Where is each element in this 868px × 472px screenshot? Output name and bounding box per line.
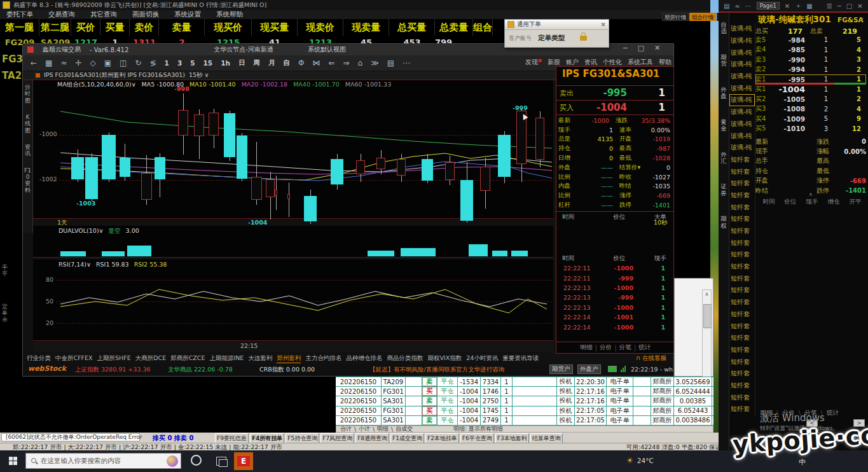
order-type-label[interactable]: 定单类型	[538, 34, 565, 43]
menu-item[interactable]: 系统帮助	[216, 10, 243, 19]
exchange-tab[interactable]: 大连套利	[248, 354, 272, 363]
column-header[interactable]: 买价	[71, 19, 100, 36]
chart-menu-item[interactable]: 新股	[548, 58, 560, 67]
exchange-tab[interactable]: 上期能源INE	[209, 354, 244, 363]
depth-row[interactable]: 买4 -1009 5 9	[755, 114, 866, 124]
lock-icon[interactable]	[580, 36, 587, 41]
period-15min[interactable]: 15	[203, 59, 213, 67]
wenhua-index[interactable]: 文华商品 222.06 -0.78	[168, 366, 233, 374]
depth-row[interactable]: 卖3 -990 1 3	[755, 55, 866, 65]
taskbar-app-icon[interactable]: E	[234, 452, 253, 470]
watchlist-item[interactable]: 玻璃-纯	[729, 118, 755, 130]
tab-stats[interactable]: 统计	[639, 344, 651, 352]
start-button[interactable]	[9, 457, 17, 465]
watchlist-item[interactable]: 短纤套	[729, 344, 755, 356]
period-month[interactable]: 月	[268, 59, 275, 67]
chevron-down-icon[interactable]: ∨	[860, 16, 864, 22]
watchlist-item[interactable]: 短纤套	[729, 296, 755, 309]
watchlist-item[interactable]: 短纤套	[729, 177, 755, 190]
watchlist-item[interactable]: 短纤套	[729, 380, 755, 392]
cortana-icon[interactable]	[191, 455, 202, 466]
tab-stats[interactable]: 统计	[827, 409, 839, 417]
menu-item[interactable]: 委托下单	[6, 10, 33, 19]
column-header[interactable]: 买量	[100, 19, 130, 36]
watchlist-item[interactable]: 玻璃-纯	[729, 142, 755, 154]
next-icon[interactable]: ⇒	[343, 59, 349, 67]
category-tab[interactable]: 期权	[720, 216, 727, 229]
popup-titlebar[interactable]: 通用下单 ✕	[505, 20, 609, 30]
tick-row[interactable]: 22:22:14 -1001 1	[558, 312, 672, 322]
tick-row[interactable]: 22:22:14 -1000 1	[558, 322, 672, 331]
close-icon[interactable]: ✕	[654, 44, 660, 52]
add-tab-icon[interactable]: ＋	[795, 1, 801, 10]
ime-indicator[interactable]: 中	[799, 457, 806, 467]
exchange-tab[interactable]: 上期所SHFE	[97, 354, 131, 363]
watchlist-item[interactable]: 短纤套	[729, 284, 755, 296]
link-icon[interactable]: ⋈	[312, 59, 320, 67]
chart-view-tab[interactable]: K线图	[24, 114, 31, 134]
period-3min[interactable]: 3	[177, 59, 182, 67]
menu-icon[interactable]: ☰	[827, 3, 832, 10]
exchange-tab[interactable]: 商品分类指数	[387, 354, 423, 363]
expand-icon[interactable]: ≫	[371, 59, 379, 67]
watchlist-item[interactable]: 短纤套	[729, 165, 755, 177]
more-icon[interactable]: ⋯	[745, 3, 752, 10]
partial-symbol[interactable]: FG3	[2, 53, 23, 65]
minimize-icon[interactable]: ─	[623, 44, 628, 52]
exchange-tab[interactable]: 大商所DCE	[135, 354, 166, 363]
chart-menu-item[interactable]: 系统工具	[628, 58, 653, 67]
exchange-tab[interactable]: 中金所CFFEX	[55, 354, 93, 363]
watchlist-item[interactable]: 短纤套	[729, 190, 755, 202]
category-tab[interactable]: 证券	[720, 183, 727, 197]
maximize-icon[interactable]: □	[846, 3, 852, 10]
chart-type-icon[interactable]: ▣	[104, 59, 111, 67]
watchlist-item[interactable]: 短纤套	[729, 309, 755, 321]
watchlist-item[interactable]: 短纤套	[729, 403, 755, 415]
depth-row[interactable]: 卖4 -985 1 4	[755, 45, 866, 55]
minimize-icon[interactable]: ─	[837, 3, 841, 10]
page-tab[interactable]: Page1	[757, 2, 780, 10]
chart-menu-item[interactable]: 账户	[566, 58, 579, 67]
chart-view-tab[interactable]: 分时图	[24, 84, 31, 104]
depth-row[interactable]: 买1 -1004 1 1	[755, 85, 866, 95]
chart-view-tab[interactable]: F10资料	[24, 167, 31, 193]
zoom-range-right[interactable]: 10秒	[654, 219, 668, 227]
tab-price-dist[interactable]: 分价	[600, 344, 612, 352]
market-tab[interactable]: 组合行情	[689, 13, 716, 21]
chart-view-tab[interactable]: 资讯	[24, 144, 31, 157]
chart-menu-item[interactable]: 发现●	[525, 58, 542, 67]
category-tab[interactable]: 外盘	[720, 87, 727, 100]
prev-icon[interactable]: ⇐	[328, 59, 334, 67]
watchlist-item[interactable]: 玻璃-纯	[729, 71, 755, 83]
close-icon[interactable]: ✕	[601, 21, 606, 28]
watchlist-item[interactable]: 短纤套	[729, 261, 755, 273]
table-row[interactable]: 202206150 FG301 买 平仓 -1004 1746 1 投机 22:…	[336, 387, 713, 396]
scroll-up-icon[interactable]: ∧	[702, 291, 712, 297]
menu-item[interactable]: 其它查询	[90, 10, 117, 19]
watchlist-item[interactable]: 玻璃-纯	[729, 59, 755, 71]
exchange-tab[interactable]: 品种增仓排名	[346, 354, 382, 363]
table-row[interactable]: 202206150 TA209 卖 平仓 -1534 7334 1 投机 22:…	[336, 377, 713, 387]
column-header[interactable]: 总卖量	[435, 19, 473, 36]
chart-menu-item[interactable]: 资讯	[584, 58, 597, 67]
exchange-tab[interactable]: 期权VIX指数	[427, 354, 462, 363]
tick-row[interactable]: 22:22:13 -1000 1	[558, 303, 672, 312]
chart-menu-item[interactable]: 帮助	[659, 58, 672, 67]
period-week[interactable]: 周	[253, 59, 260, 67]
column-header[interactable]: 第二腿	[39, 19, 71, 36]
grid-icon[interactable]: ▦	[45, 59, 52, 67]
watchlist-item[interactable]: 短纤套	[729, 225, 755, 237]
draw-icon[interactable]: ◇	[90, 59, 96, 67]
depth-row[interactable]: 买5 -1010 3 12	[755, 124, 866, 134]
home-icon[interactable]: ⌂	[358, 59, 363, 67]
tab-detail[interactable]: 明细	[580, 344, 592, 352]
external-account-button[interactable]: 外盘户	[577, 364, 601, 374]
save-icon[interactable]: ◫	[120, 59, 127, 67]
period-5min[interactable]: 5	[190, 59, 195, 67]
column-header[interactable]: 现买量	[252, 19, 298, 36]
shanghai-index[interactable]: 上证指数 3280.91 +33.36	[75, 366, 150, 374]
more-icon[interactable]: ⋯	[403, 59, 410, 67]
refresh-icon[interactable]: ↻	[135, 59, 141, 67]
watchlist-item[interactable]: 短纤套	[729, 320, 755, 332]
menu-item[interactable]: 交易查询	[48, 10, 75, 19]
